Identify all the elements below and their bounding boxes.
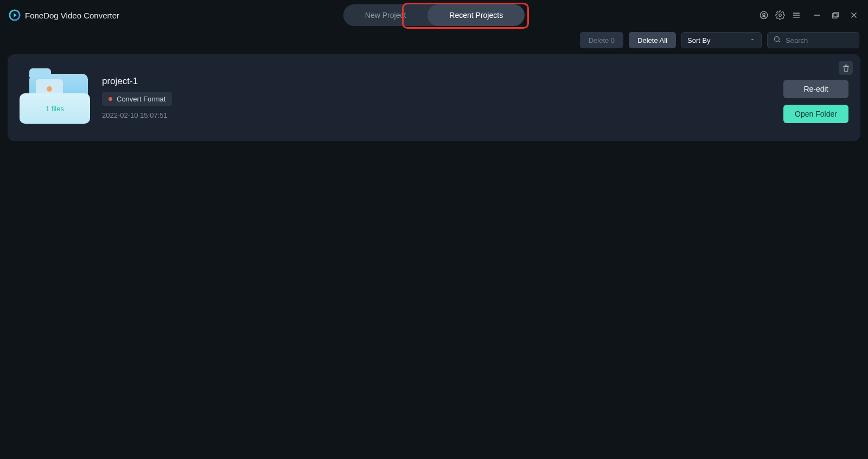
folder-front-icon: 1 files bbox=[20, 93, 90, 124]
search-input[interactable] bbox=[786, 36, 851, 44]
delete-selected-button[interactable]: Delete 0 bbox=[580, 32, 623, 48]
window-controls bbox=[812, 10, 859, 21]
open-folder-button[interactable]: Open Folder bbox=[783, 105, 848, 123]
content-area: 1 files project-1 Convert Format 2022-02… bbox=[0, 54, 868, 141]
search-field[interactable] bbox=[767, 32, 859, 48]
close-icon[interactable] bbox=[848, 10, 859, 21]
svg-point-3 bbox=[779, 14, 782, 17]
svg-point-6 bbox=[775, 36, 780, 41]
card-actions: Re-edit Open Folder bbox=[783, 80, 848, 123]
settings-icon[interactable] bbox=[775, 10, 786, 21]
folder-files-label: 1 files bbox=[46, 105, 64, 113]
project-timestamp: 2022-02-10 15:07:51 bbox=[102, 111, 771, 119]
tab-group: New Project Recent Projects bbox=[343, 4, 525, 26]
svg-rect-4 bbox=[834, 12, 838, 17]
maximize-icon[interactable] bbox=[830, 10, 841, 21]
project-title: project-1 bbox=[102, 76, 771, 87]
sort-by-dropdown[interactable]: Sort By bbox=[681, 32, 762, 48]
delete-all-button[interactable]: Delete All bbox=[629, 32, 676, 48]
delete-project-button[interactable] bbox=[839, 61, 853, 75]
svg-point-2 bbox=[763, 13, 765, 16]
project-meta: project-1 Convert Format 2022-02-10 15:0… bbox=[102, 76, 771, 119]
toolbar-row: Delete 0 Delete All Sort By bbox=[0, 30, 868, 54]
tab-recent-projects[interactable]: Recent Projects bbox=[427, 4, 525, 26]
titlebar: FoneDog Video Converter New Project Rece… bbox=[0, 0, 868, 30]
hamburger-menu-icon[interactable] bbox=[791, 10, 802, 21]
project-thumbnail: 1 files bbox=[20, 72, 90, 124]
account-icon[interactable] bbox=[758, 10, 769, 21]
reedit-button[interactable]: Re-edit bbox=[783, 80, 848, 98]
project-card: 1 files project-1 Convert Format 2022-02… bbox=[8, 54, 860, 141]
app-logo: FoneDog Video Converter bbox=[9, 9, 119, 21]
search-icon bbox=[773, 35, 781, 46]
tab-new-project[interactable]: New Project bbox=[343, 4, 427, 26]
sort-by-label: Sort By bbox=[687, 36, 711, 44]
titlebar-right bbox=[758, 10, 859, 21]
minimize-icon[interactable] bbox=[812, 10, 822, 21]
badge-label: Convert Format bbox=[117, 95, 165, 103]
badge-dot-icon bbox=[108, 97, 112, 101]
app-logo-icon bbox=[9, 9, 21, 21]
app-title: FoneDog Video Converter bbox=[25, 11, 119, 20]
svg-rect-5 bbox=[833, 14, 837, 18]
svg-point-7 bbox=[47, 86, 52, 92]
chevron-down-icon bbox=[749, 35, 756, 45]
project-badge: Convert Format bbox=[102, 92, 172, 106]
